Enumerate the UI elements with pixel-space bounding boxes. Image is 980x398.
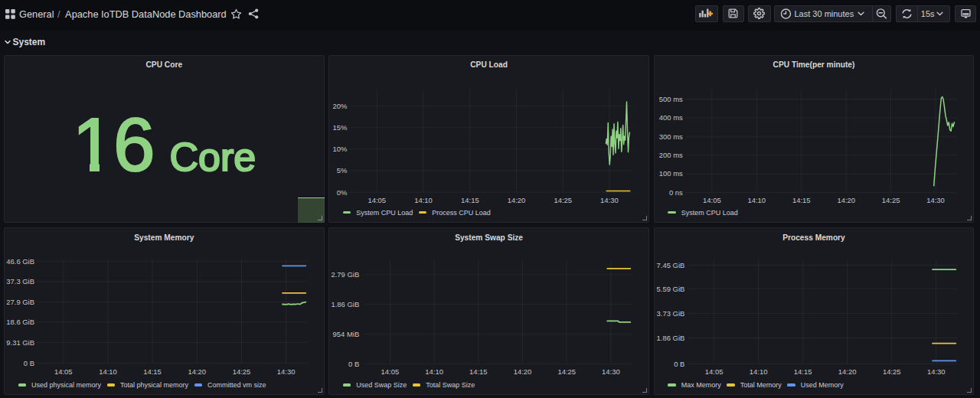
svg-text:9.31 GiB: 9.31 GiB	[6, 338, 34, 347]
svg-text:10%: 10%	[333, 145, 348, 153]
svg-text:14:30: 14:30	[277, 367, 296, 376]
svg-text:14:30: 14:30	[926, 196, 945, 204]
svg-text:14:05: 14:05	[705, 367, 724, 376]
svg-text:15%: 15%	[333, 123, 348, 132]
svg-text:14:20: 14:20	[838, 367, 857, 376]
svg-text:14:05: 14:05	[368, 196, 387, 204]
svg-text:14:10: 14:10	[99, 367, 117, 376]
svg-text:954 MiB: 954 MiB	[333, 330, 360, 338]
svg-text:0 B: 0 B	[674, 360, 684, 368]
svg-text:46.6 GiB: 46.6 GiB	[6, 257, 34, 266]
svg-text:14:20: 14:20	[837, 196, 855, 204]
svg-text:20%: 20%	[333, 102, 348, 110]
svg-text:5%: 5%	[337, 166, 348, 175]
svg-text:14:25: 14:25	[558, 367, 577, 376]
svg-text:0 B: 0 B	[24, 359, 34, 367]
svg-text:14:10: 14:10	[414, 196, 433, 204]
svg-text:1.86 GiB: 1.86 GiB	[656, 334, 684, 342]
svg-text:14:25: 14:25	[881, 196, 900, 204]
svg-text:14:05: 14:05	[703, 196, 721, 204]
svg-text:14:15: 14:15	[469, 367, 488, 376]
svg-text:14:20: 14:20	[508, 196, 526, 204]
svg-text:300 ms: 300 ms	[659, 132, 683, 140]
svg-text:400 ms: 400 ms	[659, 113, 683, 122]
svg-text:14:30: 14:30	[927, 367, 946, 376]
svg-text:14:15: 14:15	[792, 196, 811, 204]
svg-text:18.6 GiB: 18.6 GiB	[6, 318, 34, 327]
svg-text:0%: 0%	[337, 188, 348, 196]
svg-text:14:20: 14:20	[188, 367, 206, 376]
svg-text:14:15: 14:15	[794, 367, 812, 376]
svg-text:14:10: 14:10	[426, 367, 444, 376]
svg-text:37.3 GiB: 37.3 GiB	[6, 277, 34, 285]
svg-text:14:30: 14:30	[600, 196, 619, 204]
svg-text:2.79 GiB: 2.79 GiB	[332, 270, 360, 279]
svg-text:500 ms: 500 ms	[659, 94, 683, 103]
svg-text:14:25: 14:25	[233, 367, 251, 376]
svg-text:0 ns: 0 ns	[669, 188, 683, 196]
svg-text:14:05: 14:05	[54, 367, 73, 376]
svg-text:14:15: 14:15	[143, 367, 162, 376]
svg-text:7.45 GiB: 7.45 GiB	[656, 261, 684, 269]
svg-text:14:05: 14:05	[381, 367, 400, 376]
svg-text:100 ms: 100 ms	[659, 169, 683, 178]
svg-text:14:25: 14:25	[883, 367, 901, 376]
svg-text:14:10: 14:10	[747, 196, 766, 204]
svg-text:1.86 GiB: 1.86 GiB	[332, 300, 360, 308]
svg-text:14:15: 14:15	[461, 196, 479, 204]
svg-text:5.59 GiB: 5.59 GiB	[656, 285, 684, 293]
svg-text:14:25: 14:25	[554, 196, 573, 204]
svg-text:27.9 GiB: 27.9 GiB	[6, 298, 34, 306]
svg-text:14:10: 14:10	[750, 367, 768, 376]
svg-text:3.73 GiB: 3.73 GiB	[656, 309, 684, 318]
svg-text:14:30: 14:30	[602, 367, 620, 376]
svg-text:14:20: 14:20	[514, 367, 532, 376]
svg-text:0 B: 0 B	[348, 360, 359, 368]
svg-text:200 ms: 200 ms	[659, 151, 683, 159]
